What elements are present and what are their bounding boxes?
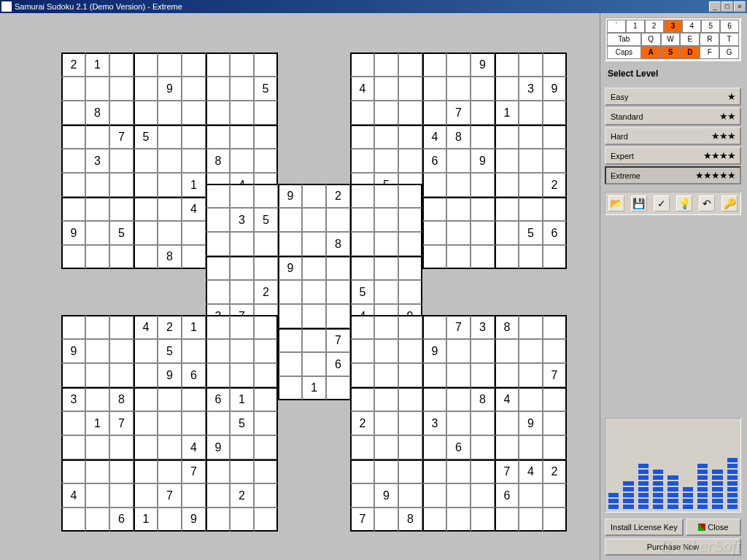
sudoku-cell[interactable] bbox=[398, 256, 422, 280]
sudoku-cell[interactable] bbox=[495, 411, 519, 435]
sudoku-cell[interactable]: 9 bbox=[158, 77, 182, 101]
sudoku-cell[interactable] bbox=[326, 208, 350, 232]
sudoku-cell[interactable]: 4 bbox=[519, 459, 543, 483]
sudoku-cell[interactable] bbox=[350, 363, 374, 387]
sudoku-cell[interactable] bbox=[350, 208, 374, 232]
sudoku-cell[interactable] bbox=[398, 52, 422, 77]
sudoku-cell[interactable] bbox=[85, 508, 109, 532]
sudoku-cell[interactable] bbox=[519, 125, 543, 149]
sudoku-cell[interactable] bbox=[109, 483, 133, 508]
sudoku-cell[interactable] bbox=[254, 363, 278, 387]
sudoku-cell[interactable] bbox=[398, 411, 422, 435]
sudoku-cell[interactable] bbox=[471, 77, 495, 101]
sudoku-cell[interactable] bbox=[471, 435, 495, 459]
sudoku-cell[interactable] bbox=[254, 411, 278, 435]
sudoku-cell[interactable]: 9 bbox=[278, 256, 302, 280]
close-button[interactable]: Close bbox=[686, 518, 741, 536]
sudoku-cell[interactable] bbox=[206, 232, 230, 256]
sudoku-cell[interactable] bbox=[495, 339, 519, 363]
sudoku-cell[interactable] bbox=[182, 125, 206, 149]
sudoku-cell[interactable] bbox=[446, 459, 471, 483]
sudoku-cell[interactable] bbox=[374, 256, 398, 280]
sudoku-cell[interactable] bbox=[350, 52, 374, 77]
sudoku-cell[interactable] bbox=[446, 387, 471, 411]
sudoku-cell[interactable] bbox=[326, 256, 350, 280]
sudoku-cell[interactable] bbox=[158, 125, 182, 149]
sudoku-cell[interactable] bbox=[133, 77, 158, 101]
kbd-key-e[interactable]: E bbox=[680, 33, 700, 46]
sudoku-cell[interactable] bbox=[85, 483, 109, 508]
sudoku-cell[interactable] bbox=[158, 101, 182, 125]
sudoku-cell[interactable] bbox=[302, 184, 326, 208]
sudoku-cell[interactable] bbox=[206, 208, 230, 232]
sudoku-cell[interactable] bbox=[543, 483, 567, 508]
sudoku-cell[interactable] bbox=[182, 483, 206, 508]
sudoku-cell[interactable] bbox=[374, 387, 398, 411]
sudoku-cell[interactable] bbox=[519, 197, 543, 221]
sudoku-cell[interactable]: 1 bbox=[495, 101, 519, 125]
sudoku-cell[interactable] bbox=[230, 77, 254, 101]
sudoku-cell[interactable] bbox=[254, 508, 278, 532]
sudoku-cell[interactable] bbox=[398, 280, 422, 304]
sudoku-cell[interactable] bbox=[519, 52, 543, 77]
kbd-key-6[interactable]: 6 bbox=[720, 20, 739, 33]
kbd-key-tab[interactable]: Tab bbox=[607, 33, 641, 46]
sudoku-cell[interactable] bbox=[133, 245, 158, 269]
sudoku-cell[interactable] bbox=[350, 256, 374, 280]
sudoku-cell[interactable] bbox=[519, 363, 543, 387]
sudoku-cell[interactable] bbox=[133, 411, 158, 435]
sudoku-cell[interactable] bbox=[398, 149, 422, 173]
sudoku-cell[interactable] bbox=[182, 52, 206, 77]
sudoku-cell[interactable] bbox=[495, 245, 519, 269]
sudoku-cell[interactable] bbox=[278, 232, 302, 256]
sudoku-cell[interactable] bbox=[398, 387, 422, 411]
sudoku-cell[interactable] bbox=[422, 245, 446, 269]
sudoku-cell[interactable]: 2 bbox=[61, 52, 85, 77]
sudoku-cell[interactable]: 1 bbox=[85, 411, 109, 435]
sudoku-cell[interactable] bbox=[206, 52, 230, 77]
sudoku-cell[interactable] bbox=[230, 315, 254, 339]
sudoku-cell[interactable] bbox=[206, 280, 230, 304]
sudoku-cell[interactable] bbox=[374, 208, 398, 232]
sudoku-cell[interactable]: 7 bbox=[350, 508, 374, 532]
sudoku-cell[interactable] bbox=[302, 352, 326, 376]
sudoku-cell[interactable]: 2 bbox=[350, 411, 374, 435]
sudoku-cell[interactable] bbox=[374, 125, 398, 149]
level-expert[interactable]: Expert★★★★ bbox=[605, 147, 741, 165]
sudoku-cell[interactable] bbox=[254, 435, 278, 459]
sudoku-cell[interactable]: 9 bbox=[471, 52, 495, 77]
sudoku-cell[interactable] bbox=[543, 508, 567, 532]
sudoku-cell[interactable]: 8 bbox=[446, 125, 471, 149]
sudoku-cell[interactable] bbox=[254, 387, 278, 411]
sudoku-cell[interactable] bbox=[398, 101, 422, 125]
sudoku-cell[interactable] bbox=[519, 508, 543, 532]
sudoku-cell[interactable]: 8 bbox=[206, 149, 230, 173]
sudoku-cell[interactable] bbox=[446, 197, 471, 221]
sudoku-cell[interactable] bbox=[422, 508, 446, 532]
sudoku-cell[interactable] bbox=[471, 221, 495, 245]
sudoku-cell[interactable] bbox=[374, 52, 398, 77]
sudoku-cell[interactable]: 8 bbox=[398, 508, 422, 532]
kbd-key-s[interactable]: S bbox=[661, 46, 681, 59]
sudoku-cell[interactable]: 9 bbox=[278, 184, 302, 208]
sudoku-cell[interactable] bbox=[374, 363, 398, 387]
sudoku-cell[interactable]: 4 bbox=[182, 197, 206, 221]
sudoku-cell[interactable]: 6 bbox=[543, 221, 567, 245]
sudoku-cell[interactable] bbox=[446, 149, 471, 173]
undo-icon[interactable]: ↶ bbox=[699, 195, 715, 211]
sudoku-cell[interactable] bbox=[158, 173, 182, 197]
kbd-key-a[interactable]: A bbox=[641, 46, 661, 59]
sudoku-cell[interactable]: 2 bbox=[543, 459, 567, 483]
sudoku-cell[interactable] bbox=[302, 256, 326, 280]
sudoku-cell[interactable] bbox=[182, 77, 206, 101]
sudoku-cell[interactable]: 2 bbox=[158, 315, 182, 339]
sudoku-cell[interactable] bbox=[254, 256, 278, 280]
sudoku-cell[interactable] bbox=[519, 101, 543, 125]
sudoku-cell[interactable] bbox=[206, 315, 230, 339]
sudoku-cell[interactable] bbox=[206, 459, 230, 483]
sudoku-cell[interactable] bbox=[182, 245, 206, 269]
sudoku-cell[interactable] bbox=[326, 280, 350, 304]
sudoku-cell[interactable] bbox=[206, 339, 230, 363]
sudoku-cell[interactable] bbox=[422, 483, 446, 508]
sudoku-cell[interactable] bbox=[254, 125, 278, 149]
